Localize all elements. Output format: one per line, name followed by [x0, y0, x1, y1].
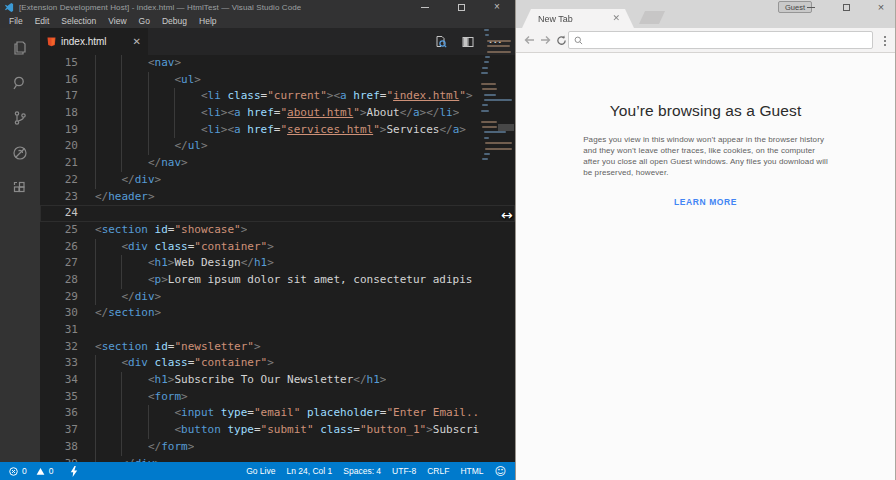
guest-new-tab-page: You’re browsing as a Guest Pages you vie…	[516, 53, 895, 480]
guest-badge-label: Guest	[785, 3, 805, 12]
open-preview-icon[interactable]	[434, 35, 447, 48]
vscode-logo-icon	[5, 3, 14, 12]
code-editor[interactable]: 15<nav>16<ul>17<li class="current"><a hr…	[40, 55, 515, 462]
code-line-23[interactable]: 23</header>	[40, 189, 515, 206]
code-line-19[interactable]: 19<li><a href="services.html">Services</…	[40, 122, 515, 139]
code-line-16[interactable]: 16<ul>	[40, 72, 515, 89]
address-input[interactable]	[583, 33, 872, 47]
vscode-maximize-button[interactable]	[443, 0, 479, 14]
code-line-34[interactable]: 34<h1>Subscribe To Our Newsletter</h1>	[40, 372, 515, 389]
menu-edit[interactable]: Edit	[29, 16, 56, 26]
browser-tab-close-icon[interactable]: ✕	[612, 14, 620, 23]
code-line-35[interactable]: 35<form>	[40, 389, 515, 406]
menu-view[interactable]: View	[102, 16, 132, 26]
status-ln-24-col-1[interactable]: Ln 24, Col 1	[286, 466, 332, 476]
editor-scrollbar[interactable]	[498, 124, 514, 131]
code-line-18[interactable]: 18<li><a href="about.html">About</a></li…	[40, 105, 515, 122]
vscode-title-bar: [Extension Development Host] - index.htm…	[0, 0, 515, 14]
code-line-32[interactable]: 32<section id="newsletter">	[40, 339, 515, 356]
code-line-22[interactable]: 22</div>	[40, 172, 515, 189]
vscode-window-controls: ×	[407, 0, 515, 14]
status-spaces-4[interactable]: Spaces: 4	[343, 466, 381, 476]
code-line-25[interactable]: 25<section id="showcase">	[40, 222, 515, 239]
guest-page-description: Pages you view in this window won’t appe…	[583, 134, 828, 178]
vscode-window-title: [Extension Development Host] - index.htm…	[19, 3, 301, 12]
source-control-icon[interactable]	[9, 107, 31, 129]
code-line-38[interactable]: 38</form>	[40, 439, 515, 456]
activity-bar	[0, 28, 40, 462]
editor-group: index.html ✕	[40, 28, 515, 462]
window-chrome: New Tab ✕ Guest ×	[515, 0, 896, 480]
menu-debug[interactable]: Debug	[156, 16, 193, 26]
forward-button[interactable]	[537, 32, 553, 48]
editor-tab-bar: index.html ✕	[40, 28, 515, 55]
vscode-menu-bar: FileEditSelectionViewGoDebugHelp	[0, 14, 515, 28]
menu-help[interactable]: Help	[193, 16, 222, 26]
browser-window-controls: ×	[805, 1, 887, 13]
code-line-15[interactable]: 15<nav>	[40, 55, 515, 72]
horizontal-resize-cursor: ↔	[501, 207, 513, 223]
tab-close-icon[interactable]: ✕	[133, 37, 141, 47]
window-vscode: [Extension Development Host] - index.htm…	[0, 0, 515, 480]
status-go-live[interactable]: Go Live	[246, 466, 275, 476]
code-line-36[interactable]: 36<input type="email" placeholder="Enter…	[40, 405, 515, 422]
feedback-smiley-icon[interactable]: ☺	[495, 466, 506, 477]
warnings-icon	[36, 467, 45, 476]
code-line-37[interactable]: 37<button type="submit" class="button_1"…	[40, 422, 515, 439]
extensions-icon[interactable]	[9, 177, 31, 199]
tab-label: index.html	[61, 36, 107, 47]
browser-tab-new-tab[interactable]: New Tab ✕	[522, 9, 634, 28]
code-line-31[interactable]: 31	[40, 322, 515, 339]
screen: [Extension Development Host] - index.htm…	[0, 0, 896, 480]
vscode-main: index.html ✕	[0, 28, 515, 462]
code-line-24[interactable]: 24	[40, 205, 515, 222]
vscode-close-button[interactable]: ×	[479, 0, 515, 14]
html5-file-icon	[47, 37, 56, 47]
lightning-icon[interactable]	[70, 466, 78, 477]
problems-indicator[interactable]: 0 0	[9, 466, 78, 477]
menu-file[interactable]: File	[3, 16, 29, 26]
browser-menu-icon[interactable]	[882, 34, 888, 48]
status-crlf[interactable]: CRLF	[427, 466, 449, 476]
new-tab-button[interactable]	[639, 11, 665, 24]
warnings-count: 0	[49, 466, 54, 476]
address-bar[interactable]	[568, 31, 873, 49]
code-line-21[interactable]: 21</nav>	[40, 155, 515, 172]
status-utf-8[interactable]: UTF-8	[392, 466, 416, 476]
code-line-17[interactable]: 17<li class="current"><a href="index.htm…	[40, 88, 515, 105]
code-line-20[interactable]: 20</ul>	[40, 138, 515, 155]
errors-count: 0	[22, 466, 27, 476]
code-line-27[interactable]: 27<h1>Web Design</h1>	[40, 255, 515, 272]
browser-close-button[interactable]: ×	[875, 1, 887, 13]
status-html[interactable]: HTML	[460, 466, 483, 476]
browser-maximize-button[interactable]	[840, 1, 852, 13]
code-line-30[interactable]: 30</section>	[40, 305, 515, 322]
code-line-26[interactable]: 26<div class="container">	[40, 239, 515, 256]
status-bar: 0 0 Go LiveLn 24, Col 1Spaces: 4UTF-8CRL…	[0, 462, 515, 480]
menu-go[interactable]: Go	[133, 16, 156, 26]
minimap[interactable]	[481, 29, 512, 164]
code-line-29[interactable]: 29</div>	[40, 289, 515, 306]
split-editor-icon[interactable]	[462, 36, 474, 48]
menu-selection[interactable]: Selection	[55, 16, 102, 26]
search-icon[interactable]	[9, 72, 31, 94]
code-line-28[interactable]: 28<p>Lorem ipsum dolor sit amet, consect…	[40, 272, 515, 289]
omnibox-search-icon	[574, 36, 583, 45]
code-line-33[interactable]: 33<div class="container">	[40, 355, 515, 372]
errors-icon	[9, 467, 18, 476]
tab-index-html[interactable]: index.html ✕	[40, 28, 148, 55]
debug-icon[interactable]	[9, 142, 31, 164]
reload-button[interactable]	[553, 32, 569, 48]
browser-tab-strip: New Tab ✕ Guest ×	[516, 0, 895, 28]
browser-tab-title: New Tab	[538, 14, 573, 24]
vscode-minimize-button[interactable]	[407, 0, 443, 14]
status-bar-right: Go LiveLn 24, Col 1Spaces: 4UTF-8CRLFHTM…	[246, 466, 506, 477]
guest-page-title: You’re browsing as a Guest	[516, 102, 895, 120]
learn-more-link[interactable]: LEARN MORE	[674, 197, 737, 207]
explorer-icon[interactable]	[9, 37, 31, 59]
browser-toolbar	[516, 28, 895, 53]
back-button[interactable]	[521, 32, 537, 48]
browser-minimize-button[interactable]	[805, 1, 817, 13]
